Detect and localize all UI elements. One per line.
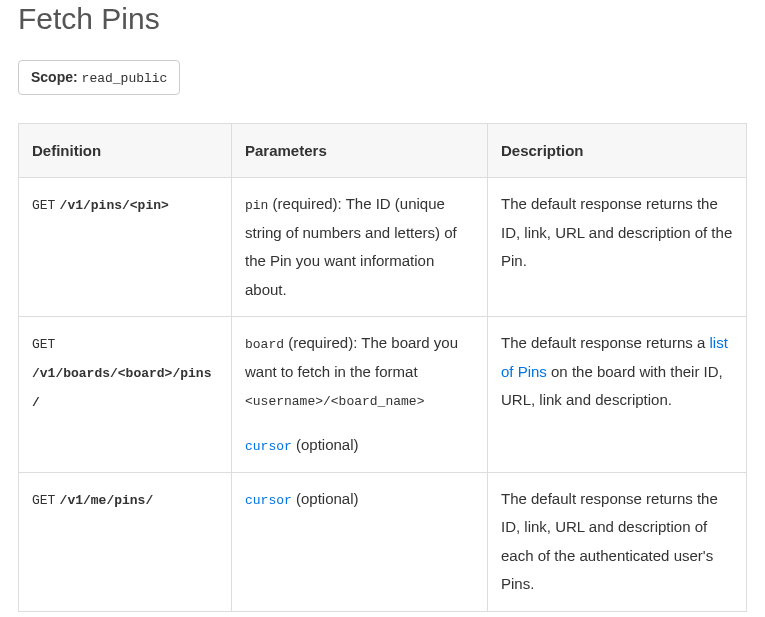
table-row: GET /v1/boards/<board>/pins/board (requi… xyxy=(19,317,747,473)
parameters-cell: board (required): The board you want to … xyxy=(232,317,488,473)
description-text: The default response returns the ID, lin… xyxy=(501,485,733,599)
table-row: GET /v1/me/pins/cursor (optional)The def… xyxy=(19,472,747,611)
scope-box: Scope: read_public xyxy=(18,60,180,95)
parameters-cell: pin (required): The ID (unique string of… xyxy=(232,178,488,317)
param-required: (required): xyxy=(268,195,345,212)
parameter: board (required): The board you want to … xyxy=(245,329,474,415)
param-link[interactable]: cursor xyxy=(245,439,292,454)
endpoint-path: /v1/boards/<board>/pins/ xyxy=(32,366,211,410)
table-header-row: Definition Parameters Description xyxy=(19,124,747,178)
parameter: cursor (optional) xyxy=(245,485,474,514)
parameter: cursor (optional) xyxy=(245,431,474,460)
param-link[interactable]: cursor xyxy=(245,493,292,508)
http-method: GET xyxy=(32,493,55,508)
endpoint-path: /v1/pins/<pin> xyxy=(60,198,169,213)
param-format: <username>/<board_name> xyxy=(245,394,424,409)
param-required: (required): xyxy=(284,334,361,351)
page-title: Fetch Pins xyxy=(18,0,747,36)
http-method: GET xyxy=(32,337,55,352)
table-row: GET /v1/pins/<pin>pin (required): The ID… xyxy=(19,178,747,317)
definition-cell: GET /v1/me/pins/ xyxy=(19,472,232,611)
description-cell: The default response returns the ID, lin… xyxy=(488,472,747,611)
param-required: (optional) xyxy=(292,436,359,453)
param-name: pin xyxy=(245,198,268,213)
description-text: The default response returns a list of P… xyxy=(501,329,733,415)
description-cell: The default response returns the ID, lin… xyxy=(488,178,747,317)
endpoint-path: /v1/me/pins/ xyxy=(60,493,154,508)
param-name: board xyxy=(245,337,284,352)
description-text: The default response returns the ID, lin… xyxy=(501,190,733,276)
col-description: Description xyxy=(488,124,747,178)
parameters-cell: cursor (optional) xyxy=(232,472,488,611)
http-method: GET xyxy=(32,198,55,213)
parameter: pin (required): The ID (unique string of… xyxy=(245,190,474,304)
scope-value: read_public xyxy=(82,71,168,86)
col-parameters: Parameters xyxy=(232,124,488,178)
endpoints-table: Definition Parameters Description GET /v… xyxy=(18,123,747,612)
definition-cell: GET /v1/pins/<pin> xyxy=(19,178,232,317)
param-required: (optional) xyxy=(292,490,359,507)
description-cell: The default response returns a list of P… xyxy=(488,317,747,473)
col-definition: Definition xyxy=(19,124,232,178)
definition-cell: GET /v1/boards/<board>/pins/ xyxy=(19,317,232,473)
scope-label: Scope: xyxy=(31,69,78,85)
